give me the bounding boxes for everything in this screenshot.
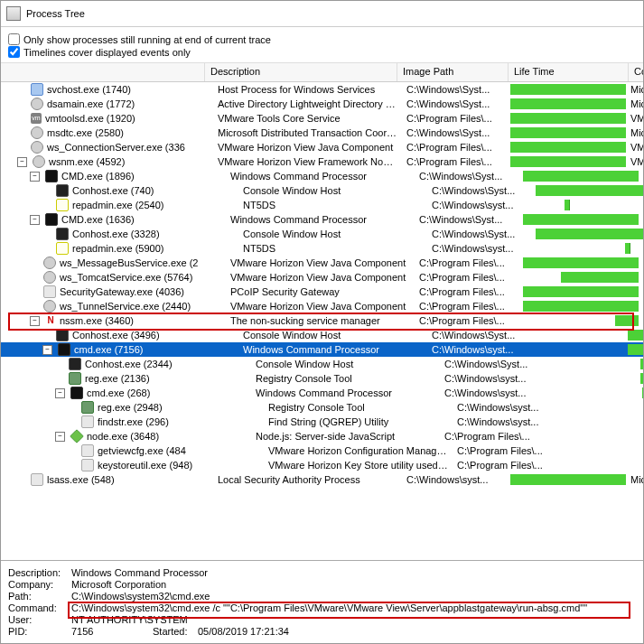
expand-toggle-icon[interactable]: − [17,157,27,167]
cell-name[interactable]: Conhost.exe (3496) [1,328,239,342]
cell-company: VMware, Inc. [639,299,643,313]
cell-name[interactable]: ws_TomcatService.exe (5764) [1,270,227,285]
col-description[interactable]: Description [205,63,397,81]
cell-name[interactable]: keystoreutil.exe (948) [1,458,265,472]
cell-name[interactable]: vmvmtoolsd.exe (1920) [1,111,214,126]
cell-name[interactable]: Conhost.exe (3328) [1,227,239,241]
cell-name[interactable]: ws_ConnectionServer.exe (336 [1,140,214,154]
cell-name[interactable]: reg.exe (2948) [1,400,265,415]
process-row[interactable]: ws_TomcatService.exe (5764)VMware Horizo… [1,270,643,285]
cell-name[interactable]: msdtc.exe (2580) [1,126,214,140]
process-row[interactable]: SecurityGateway.exe (4036)PCoIP Security… [1,285,643,299]
expand-toggle-icon[interactable]: − [30,215,40,225]
cell-path: C:\Program Files\... [453,458,561,472]
cell-path: C:\Windows\syst... [428,198,536,212]
window-title: Process Tree [26,8,85,19]
process-row[interactable]: −cmd.exe (268)Windows Command ProcessorC… [1,386,643,400]
process-row[interactable]: repadmin.exe (5900)NT5DSC:\Windows\syst.… [1,241,643,256]
cell-lifetime [510,472,627,487]
process-row[interactable]: ws_TunnelService.exe (2440)VMware Horizo… [1,299,643,313]
cell-lifetime [536,198,643,212]
only-running-checkbox[interactable] [8,33,20,45]
timelines-checkbox[interactable] [8,46,20,58]
process-row[interactable]: Conhost.exe (2344)Console Window HostC:\… [1,357,643,371]
cell-name[interactable]: −cmd.exe (7156) [1,342,239,357]
cell-name[interactable]: −wsnm.exe (4592) [1,154,214,169]
expand-spacer [42,230,51,238]
cell-name[interactable]: lsass.exe (548) [1,472,214,487]
process-row[interactable]: msdtc.exe (2580)Microsoft Distributed Tr… [1,126,643,140]
process-row[interactable]: −Nnssm.exe (3460)The non-sucking service… [1,313,643,328]
cell-name[interactable]: findstr.exe (296) [1,415,265,429]
process-row[interactable]: Conhost.exe (740)Console Window HostC:\W… [1,183,643,198]
cell-name[interactable]: Conhost.exe (2344) [1,357,252,371]
cell-company: Microsoft Corporat [627,472,643,487]
process-row[interactable]: −cmd.exe (7156)Windows Command Processor… [1,342,643,357]
cell-name[interactable]: −Nnssm.exe (3460) [1,313,227,328]
process-row[interactable]: repadmin.exe (2540)NT5DSC:\Windows\syst.… [1,198,643,212]
titlebar[interactable]: Process Tree [1,1,643,27]
process-row[interactable]: −node.exe (3648)Node.js: Server-side Jav… [1,429,643,443]
process-row[interactable]: −CMD.exe (1896)Windows Command Processor… [1,169,643,183]
cell-name[interactable]: dsamain.exe (1772) [1,97,214,111]
option-only-running[interactable]: Only show processes still running at end… [8,33,636,45]
process-row[interactable]: findstr.exe (296)Find String (QGREP) Uti… [1,415,643,429]
cell-company: Microsoft Corporat... [627,82,643,97]
cell-name[interactable]: ws_MessageBusService.exe (2 [1,256,227,270]
cell-name[interactable]: Conhost.exe (740) [1,183,239,198]
tree-area[interactable]: Description Image Path Life Time Company… [1,63,643,560]
cell-path: C:\Windows\syst... [441,371,548,386]
process-row[interactable]: −wsnm.exe (4592)VMware Horizon View Fram… [1,154,643,169]
process-row[interactable]: dsamain.exe (1772)Active Directory Light… [1,97,643,111]
process-row[interactable]: Conhost.exe (3496)Console Window HostC:\… [1,328,643,342]
process-row[interactable]: keystoreutil.exe (948)VMware Horizon Key… [1,458,643,472]
cell-name[interactable]: repadmin.exe (2540) [1,198,239,212]
cell-name[interactable]: −cmd.exe (268) [1,386,252,400]
option-timelines[interactable]: Timelines cover displayed events only [8,46,636,58]
expand-toggle-icon[interactable]: − [55,432,65,442]
cell-company: VMware, Inc. [627,111,643,126]
process-row[interactable]: ws_ConnectionServer.exe (336VMware Horiz… [1,140,643,154]
lifetime-bar [523,257,639,268]
cell-name[interactable]: getviewcfg.exe (484 [1,443,265,458]
col-name[interactable] [1,63,205,81]
cell-name[interactable]: SecurityGateway.exe (4036) [1,285,227,299]
col-life-time[interactable]: Life Time [509,63,629,81]
cell-name[interactable]: ws_TunnelService.exe (2440) [1,299,227,313]
process-name-text: findstr.exe (296) [98,415,169,429]
process-row[interactable]: ws_MessageBusService.exe (2VMware Horizo… [1,256,643,270]
cell-path: C:\Windows\Syst... [403,82,510,97]
expand-spacer [42,331,51,340]
process-row[interactable]: lsass.exe (548)Local Security Authority … [1,472,643,487]
cell-name[interactable]: svchost.exe (1740) [1,82,214,97]
process-row[interactable]: vmvmtoolsd.exe (1920)VMware Tools Core S… [1,111,643,126]
cell-lifetime [523,299,639,313]
expand-toggle-icon[interactable]: − [30,172,40,182]
cell-lifetime [561,400,643,415]
expand-toggle-icon[interactable]: − [30,316,40,326]
expand-toggle-icon[interactable]: − [42,345,52,355]
cell-description: Windows Command Processor [227,169,415,183]
cell-name[interactable]: repadmin.exe (5900) [1,241,239,256]
cell-lifetime [536,227,643,241]
cell-name[interactable]: −CMD.exe (1636) [1,212,227,227]
process-row[interactable]: Conhost.exe (3328)Console Window HostC:\… [1,227,643,241]
cell-path: C:\Windows\Syst... [441,357,548,371]
process-row[interactable]: getviewcfg.exe (484VMware Horizon Config… [1,443,643,458]
lbl-pid: PID: [8,626,71,637]
process-row[interactable]: reg.exe (2136)Registry Console ToolC:\Wi… [1,371,643,386]
process-icon [81,444,94,457]
process-row[interactable]: −CMD.exe (1636)Windows Command Processor… [1,212,643,227]
process-row[interactable]: reg.exe (2948)Registry Console ToolC:\Wi… [1,400,643,415]
cell-name[interactable]: reg.exe (2136) [1,371,252,386]
col-company[interactable]: Company [629,63,643,81]
cell-name[interactable]: −node.exe (3648) [1,429,252,443]
cell-name[interactable]: −CMD.exe (1896) [1,169,227,183]
cell-description: Find String (QGREP) Utility [265,415,453,429]
cell-description: Registry Console Tool [265,400,453,415]
col-image-path[interactable]: Image Path [397,63,509,81]
process-name-text: ws_TunnelService.exe (2440) [60,299,191,313]
process-row[interactable]: svchost.exe (1740)Host Process for Windo… [1,82,643,97]
expand-toggle-icon[interactable]: − [55,388,65,398]
lifetime-bar [510,474,627,485]
